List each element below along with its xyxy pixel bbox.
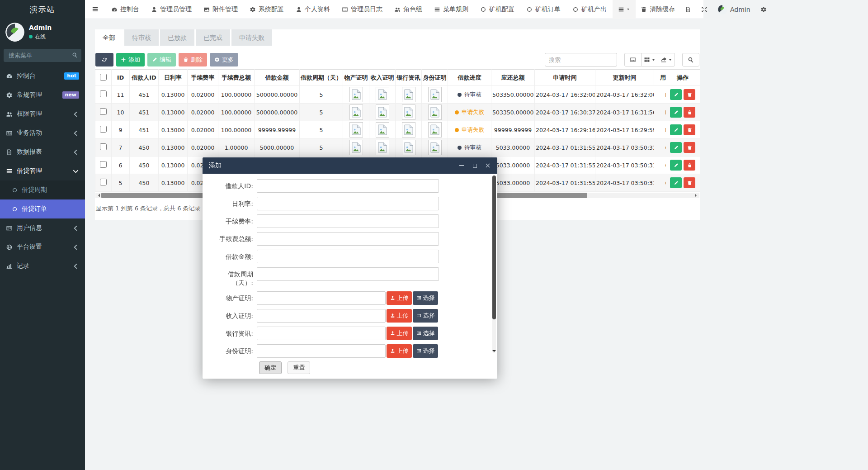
tab-4[interactable]: 申请失败 [231, 29, 272, 46]
more-button[interactable]: 更多 [210, 53, 238, 66]
image-thumbnail[interactable] [349, 122, 363, 138]
row-checkbox[interactable] [100, 179, 107, 185]
sidebar-item-7[interactable]: 平台设置 [0, 237, 85, 256]
sidebar-item-2[interactable]: 权限管理 [0, 104, 85, 123]
choose-button-property_proof[interactable]: 选择 [413, 291, 438, 305]
scroll-down-icon[interactable] [492, 350, 496, 354]
upload-button-bank_info[interactable]: 上传 [387, 327, 412, 340]
modal-input-fee_total[interactable] [257, 232, 439, 246]
scroll-right-icon[interactable] [695, 194, 698, 197]
cell-cb[interactable] [95, 104, 112, 121]
modal-input-income_proof[interactable] [257, 309, 386, 323]
image-thumbnail[interactable] [376, 104, 389, 120]
vertical-scrollbar[interactable] [492, 176, 496, 353]
row-delete-button[interactable] [684, 177, 695, 188]
navbar-item-7[interactable]: 菜单规则 [428, 0, 474, 19]
row-edit-button[interactable] [670, 89, 682, 100]
navbar-item-5[interactable]: 管理员日志 [336, 0, 388, 19]
row-checkbox[interactable] [100, 161, 107, 168]
row-edit-button[interactable] [670, 124, 682, 135]
cell-cb[interactable] [95, 121, 112, 139]
image-thumbnail[interactable] [428, 104, 442, 120]
sidebar-subitem-0[interactable]: 借贷周期 [0, 180, 85, 199]
row-edit-button[interactable] [670, 177, 682, 188]
modal-input-identity_proof[interactable] [257, 344, 386, 358]
modal-input-bank_info[interactable] [257, 327, 386, 340]
sidebar-search-input[interactable] [4, 49, 81, 62]
tab-1[interactable]: 待审核 [124, 29, 159, 46]
reset-button[interactable]: 重置 [288, 361, 310, 374]
modal-input-amount[interactable] [257, 250, 439, 263]
add-button[interactable]: 添加 [116, 53, 145, 66]
tab-0[interactable]: 全部 [95, 29, 123, 46]
sidebar-item-1[interactable]: 常规管理new [0, 85, 85, 104]
navbar-item-4[interactable]: 个人资料 [290, 0, 336, 19]
choose-button-income_proof[interactable]: 选择 [413, 309, 438, 323]
column-header-cb[interactable] [95, 70, 112, 86]
image-thumbnail[interactable] [402, 122, 415, 138]
modal-input-borrower_id[interactable] [257, 179, 439, 193]
search-toggle-button[interactable] [682, 53, 699, 66]
image-thumbnail[interactable] [428, 87, 442, 102]
edit-button[interactable]: 编辑 [147, 53, 176, 66]
dialog-titlebar[interactable]: 添加 × [203, 157, 497, 174]
check-update-button[interactable] [680, 0, 696, 19]
image-thumbnail[interactable] [402, 140, 415, 155]
row-checkbox[interactable] [100, 90, 107, 97]
image-thumbnail[interactable] [376, 122, 389, 138]
cell-cb[interactable] [95, 157, 112, 174]
navbar-item-9[interactable]: 矿机订单 [520, 0, 566, 19]
sidebar-subitem-1[interactable]: 借贷订单 [0, 199, 85, 218]
row-checkbox[interactable] [100, 143, 107, 150]
navbar-item-0[interactable]: 控制台 [105, 0, 145, 19]
sidebar-item-6[interactable]: 用户信息 [0, 218, 85, 237]
navbar-item-3[interactable]: 系统配置 [244, 0, 290, 19]
navbar-item-6[interactable]: 角色组 [388, 0, 428, 19]
delete-button[interactable]: 删除 [179, 53, 207, 66]
row-delete-button[interactable] [684, 142, 695, 153]
image-thumbnail[interactable] [402, 87, 415, 102]
sidebar-item-0[interactable]: 控制台hot [0, 66, 85, 85]
row-checkbox[interactable] [100, 126, 107, 133]
image-thumbnail[interactable] [376, 87, 389, 102]
sidebar-item-5[interactable]: 借贷管理 [0, 161, 85, 180]
cell-cb[interactable] [95, 139, 112, 157]
refresh-button[interactable] [95, 53, 113, 66]
tab-3[interactable]: 已完成 [196, 29, 230, 46]
image-thumbnail[interactable] [376, 140, 389, 155]
select-all-checkbox[interactable] [100, 74, 107, 81]
navbar-item-10[interactable]: 矿机产出 [566, 0, 613, 19]
scrollbar-thumb[interactable] [492, 176, 496, 319]
minimize-button[interactable] [458, 162, 465, 169]
upload-button-identity_proof[interactable]: 上传 [387, 344, 412, 358]
row-delete-button[interactable] [684, 107, 695, 118]
profile-menu[interactable]: Admin [712, 0, 755, 19]
sidebar-toggle-button[interactable] [85, 0, 105, 19]
menu-dropdown-button[interactable] [613, 0, 636, 19]
settings-button[interactable] [755, 0, 772, 19]
maximize-button[interactable] [472, 162, 478, 169]
clear-cache-button[interactable]: 清除缓存 [636, 0, 680, 19]
row-delete-button[interactable] [684, 89, 695, 100]
columns-toggle-button[interactable] [641, 53, 658, 66]
upload-button-income_proof[interactable]: 上传 [387, 309, 412, 323]
row-delete-button[interactable] [684, 160, 695, 171]
image-thumbnail[interactable] [349, 140, 363, 155]
row-edit-button[interactable] [670, 160, 682, 171]
row-edit-button[interactable] [670, 107, 682, 118]
row-delete-button[interactable] [684, 124, 695, 135]
fullscreen-button[interactable] [696, 0, 712, 19]
card-view-button[interactable] [624, 53, 642, 66]
modal-input-period_days[interactable] [257, 267, 439, 281]
export-button[interactable] [658, 53, 675, 66]
image-thumbnail[interactable] [402, 104, 415, 120]
row-edit-button[interactable] [670, 142, 682, 153]
navbar-item-8[interactable]: 矿机配置 [474, 0, 520, 19]
modal-input-fee_rate[interactable] [257, 214, 439, 228]
upload-button-property_proof[interactable]: 上传 [387, 291, 412, 305]
sidebar-item-8[interactable]: 记录 [0, 256, 85, 275]
row-checkbox[interactable] [100, 108, 107, 115]
ok-button[interactable]: 确定 [259, 361, 282, 374]
image-thumbnail[interactable] [428, 140, 442, 155]
cell-cb[interactable] [95, 86, 112, 104]
